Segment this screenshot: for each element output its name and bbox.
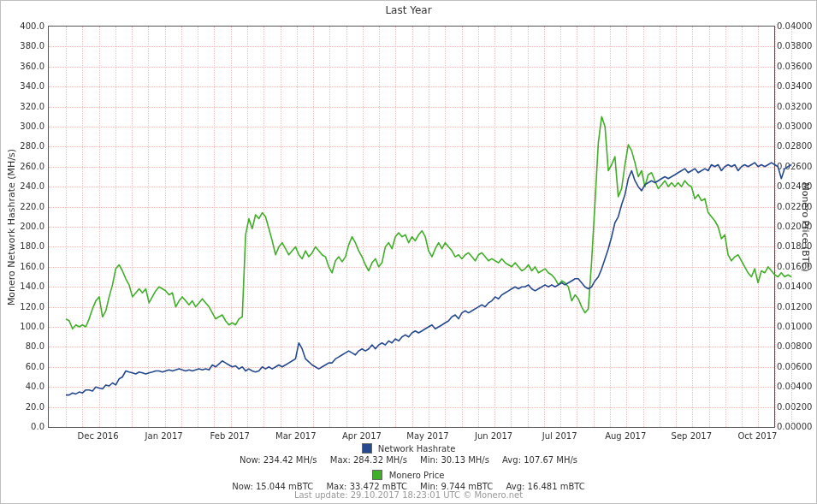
y-tick-right: 0.02000	[777, 222, 812, 231]
y-tick-left: 400.0	[20, 21, 44, 31]
y-tick-right: 0.00400	[777, 382, 812, 391]
y-tick-right: 0.00200	[777, 401, 812, 411]
x-tick: Oct 2017	[737, 431, 777, 441]
x-tick: May 2017	[406, 431, 448, 441]
y-tick-left: 300.0	[20, 122, 44, 131]
swatch-price-icon	[372, 470, 382, 480]
y-tick-left: 380.0	[20, 41, 44, 50]
y-tick-right: 0.03600	[777, 61, 812, 70]
y-tick-right: 0.01800	[777, 241, 812, 251]
y-tick-left: 160.0	[20, 261, 44, 270]
y-tick-left: 260.0	[20, 161, 44, 170]
y-tick-right: 0.02800	[777, 141, 812, 151]
y-tick-right: 0.01400	[777, 282, 812, 291]
y-tick-left: 140.0	[20, 282, 44, 291]
y-tick-left: 120.0	[20, 301, 44, 311]
x-tick: Jan 2017	[145, 431, 183, 441]
x-tick: Dec 2016	[78, 431, 119, 441]
x-tick: Jun 2017	[475, 431, 512, 441]
x-tick: Feb 2017	[210, 431, 250, 441]
y-tick-right: 0.00600	[777, 361, 812, 371]
y-tick-right: 0.01200	[777, 301, 812, 311]
y-tick-right: 0.00000	[777, 422, 812, 431]
y-tick-left: 360.0	[20, 61, 44, 70]
y-tick-left: 100.0	[20, 322, 44, 331]
y-tick-right: 0.01000	[777, 322, 812, 331]
chart-container: Last Year Monero Network Hashrate (MH/s)…	[0, 0, 817, 504]
x-tick: Mar 2017	[275, 431, 317, 441]
x-tick: Jul 2017	[542, 431, 577, 441]
y-tick-left: 80.0	[26, 341, 44, 351]
y-tick-left: 220.0	[20, 201, 44, 210]
legend-price: Monero Price	[1, 470, 816, 480]
y-tick-right: 0.03000	[777, 122, 812, 131]
y-tick-left: 180.0	[20, 241, 44, 251]
swatch-hashrate-icon	[362, 443, 372, 454]
line-price	[66, 116, 791, 329]
y-tick-right: 0.04000	[777, 21, 812, 31]
y-tick-left: 0.0	[31, 422, 44, 431]
y-tick-left: 40.0	[26, 382, 44, 391]
legend-hashrate-stats: Now: 234.42 MH/s Max: 284.32 MH/s Min: 3…	[1, 455, 816, 465]
y-tick-left: 60.0	[26, 361, 44, 371]
x-tick: Sep 2017	[672, 431, 712, 441]
y-tick-right: 0.01600	[777, 261, 812, 270]
y-tick-right: 0.00800	[777, 341, 812, 351]
legend-hashrate: Network Hashrate	[1, 443, 816, 454]
y-axis-left-label: Monero Network Hashrate (MH/s)	[4, 26, 20, 428]
y-tick-left: 280.0	[20, 141, 44, 151]
y-tick-left: 320.0	[20, 101, 44, 110]
line-hashrate	[66, 163, 791, 395]
y-tick-left: 200.0	[20, 222, 44, 231]
x-tick: Apr 2017	[342, 431, 382, 441]
legend-hashrate-name: Network Hashrate	[378, 444, 455, 454]
legend: Network Hashrate Now: 234.42 MH/s Max: 2…	[1, 442, 816, 491]
chart-title: Last Year	[1, 4, 816, 16]
y-tick-right: 0.02400	[777, 181, 812, 191]
x-tick: Aug 2017	[605, 431, 646, 441]
y-tick-left: 20.0	[26, 401, 44, 411]
y-tick-left: 240.0	[20, 181, 44, 191]
y-tick-right: 0.02200	[777, 201, 812, 210]
y-tick-left: 340.0	[20, 81, 44, 91]
plot-area	[48, 26, 775, 428]
last-update: Last update: 29.10.2017 18:23:01 UTC © M…	[1, 490, 816, 500]
y-tick-right: 0.03200	[777, 101, 812, 110]
chart-lines	[49, 27, 774, 427]
legend-price-name: Monero Price	[389, 471, 445, 480]
y-tick-right: 0.03400	[777, 81, 812, 91]
y-tick-right: 0.03800	[777, 41, 812, 50]
y-tick-right: 0.02600	[777, 161, 812, 170]
